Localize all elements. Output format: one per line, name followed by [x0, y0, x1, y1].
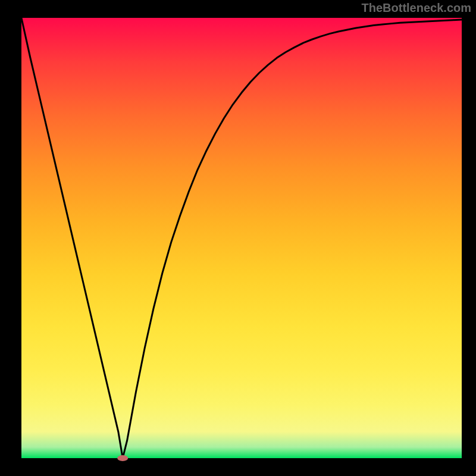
- bottleneck-chart: TheBottleneck.com: [0, 0, 476, 476]
- svg-point-2: [117, 455, 128, 461]
- watermark-text: TheBottleneck.com: [362, 1, 471, 15]
- chart-svg: [0, 0, 476, 476]
- svg-rect-1: [21, 18, 462, 458]
